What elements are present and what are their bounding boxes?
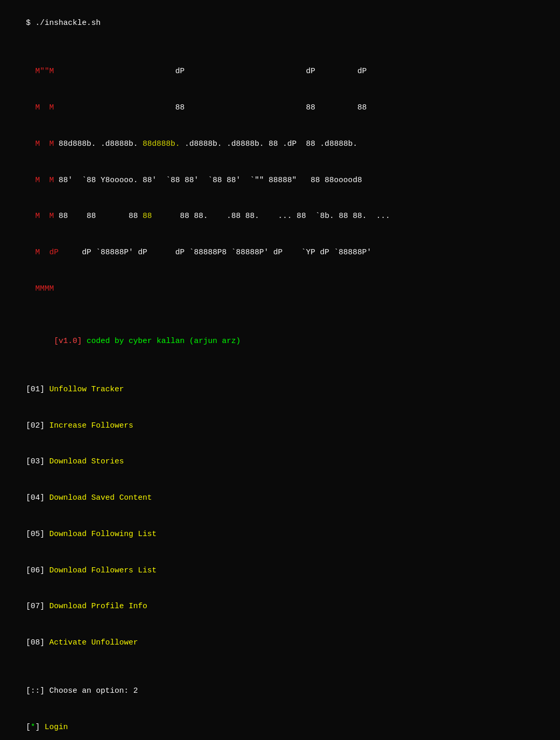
menu-item-1: [01] Unfollow Tracker bbox=[7, 372, 553, 408]
menu-item-8: [08] Activate Unfollower bbox=[7, 625, 553, 661]
logo-line-2: M M 88 88 88 bbox=[7, 90, 553, 126]
version-line: [v1.0] coded by cyber kallan (arjun arz) bbox=[7, 323, 553, 360]
logo-line-7: MMMM bbox=[7, 271, 553, 307]
login-prompt: [*] Login bbox=[7, 709, 553, 741]
logo-line-5: M M 88 88 88 88 88 88. .88 88. ... 88 `8… bbox=[7, 198, 553, 235]
logo-line-6: M dP dP `88888P' dP dP `88888P8 `88888P'… bbox=[7, 235, 553, 271]
menu-item-2: [02] Increase Followers bbox=[7, 407, 553, 444]
menu-item-4: [04] Download Saved Content bbox=[7, 480, 553, 516]
choose-option: [::] Choose an option: 2 bbox=[7, 673, 553, 709]
ascii-logo: M""M dP dP dP M M 88 88 88 M M 88d888b. … bbox=[7, 42, 553, 307]
logo-line-1: M""M dP dP dP bbox=[7, 53, 553, 90]
menu-item-3: [03] Download Stories bbox=[7, 444, 553, 480]
terminal-window: $ ./inshackle.sh M""M dP dP dP M M 88 88 bbox=[7, 5, 553, 740]
menu-item-7: [07] Download Profile Info bbox=[7, 588, 553, 625]
menu-item-5: [05] Download Following List bbox=[7, 516, 553, 553]
logo-line-3: M M 88d888b. .d8888b. 88d888b. .d8888b. … bbox=[7, 126, 553, 162]
menu-item-6: [06] Download Followers List bbox=[7, 552, 553, 588]
prompt-text: $ ./inshackle.sh bbox=[26, 19, 101, 28]
prompt-line: $ ./inshackle.sh bbox=[7, 5, 553, 42]
logo-line-4: M M 88' `88 Y8ooooo. 88' `88 88' `88 88'… bbox=[7, 162, 553, 198]
